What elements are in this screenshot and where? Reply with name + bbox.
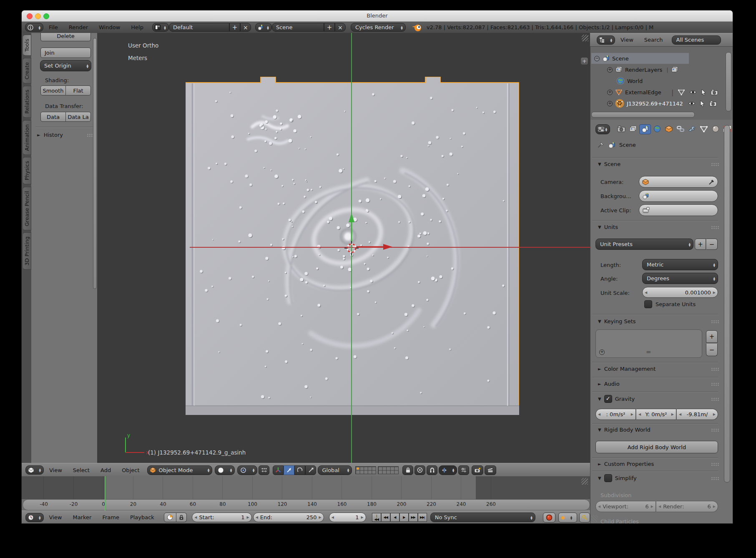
timeline-menu-item[interactable]: View	[44, 514, 68, 520]
length-dropdown[interactable]: Metric ▲▼	[642, 259, 718, 270]
start-frame-field[interactable]: ◀Start: 1▶	[192, 513, 251, 522]
translate-x-handle[interactable]	[383, 244, 392, 250]
gravity-x-field[interactable]: ◀: 0m/s²▶	[595, 409, 636, 420]
outliner-v-scrollbar[interactable]	[726, 52, 731, 111]
timeline-menu-item[interactable]: Frame	[97, 514, 125, 520]
data-button[interactable]: Data	[40, 112, 66, 122]
view3d-editor-selector[interactable]: ▲▼	[25, 465, 44, 475]
show-panel-plus-button[interactable]: +	[580, 57, 588, 65]
transport-button[interactable]: ▶	[399, 513, 409, 522]
properties-editor-selector[interactable]: ▲▼	[595, 124, 610, 134]
proportional-edit-toggle[interactable]	[414, 465, 425, 475]
outliner-row-scene[interactable]: − Scene	[594, 53, 629, 64]
shading-flat-button[interactable]: Flat	[66, 85, 91, 96]
keying-set-dropdown[interactable]: ◆ ▲▼	[558, 513, 578, 523]
unit-scale-slider[interactable]: ◀ 0.001000 ▶	[642, 287, 718, 298]
info-menu-item[interactable]: Render	[63, 24, 93, 30]
timeline-editor-selector[interactable]: ▲▼	[25, 513, 44, 522]
selectability-cursor-icon[interactable]	[701, 89, 706, 96]
tool-shelf-tab[interactable]: Grease Pencil	[23, 187, 31, 231]
manipulator-scale-toggle[interactable]	[305, 465, 316, 475]
transport-button[interactable]: ◀	[390, 513, 399, 522]
color-management-panel-header[interactable]: ► Color Management	[598, 366, 719, 372]
panel-grip-icon[interactable]	[711, 226, 719, 229]
properties-scrollbar[interactable]	[724, 125, 730, 483]
timeline-menu-item[interactable]: Marker	[67, 514, 97, 520]
snap-element-dropdown[interactable]: ▲▼	[439, 465, 457, 475]
gravity-y-field[interactable]: ◀Y: 0m/s²▶	[636, 409, 676, 420]
add-scene-button[interactable]: +	[324, 23, 335, 32]
transport-button[interactable]: ▶▶	[409, 513, 418, 522]
lock-to-scene-toggle[interactable]	[402, 465, 413, 475]
join-button[interactable]: Join	[40, 48, 91, 58]
collapse-icon[interactable]: −	[594, 56, 600, 61]
active-clip-field[interactable]	[639, 204, 718, 216]
view3d-menu-item[interactable]: Add	[95, 467, 116, 473]
visibility-eye-icon[interactable]	[688, 101, 696, 106]
audio-panel-header[interactable]: ► Audio	[598, 381, 719, 387]
transport-button[interactable]: ▶▶|	[418, 513, 427, 522]
keying-sets-panel-header[interactable]: ▼ Keying Sets	[598, 318, 719, 324]
tool-shelf-tab[interactable]: Animation	[23, 120, 31, 155]
world-tab-icon[interactable]	[652, 124, 663, 134]
material-tab-icon[interactable]	[710, 124, 721, 134]
add-preset-button[interactable]: +	[695, 239, 706, 250]
preview-range-toggle[interactable]	[164, 513, 176, 522]
list-expand-icon[interactable]: +	[599, 349, 605, 355]
pin-icon[interactable]	[597, 141, 604, 148]
visibility-eye-icon[interactable]	[689, 90, 697, 95]
manipulator-axis-icon[interactable]	[273, 465, 284, 475]
expand-icon[interactable]: +	[607, 90, 613, 95]
timeline-resize-grip[interactable]	[581, 478, 588, 485]
transport-button[interactable]: ◀◀	[381, 513, 390, 522]
outliner-h-scrollbar[interactable]	[591, 112, 695, 118]
scene-panel-header[interactable]: ▼ Scene	[598, 161, 719, 167]
properties-resize-grip[interactable]	[591, 515, 598, 522]
outliner-menu-item[interactable]: View	[615, 37, 639, 43]
viewport-3d[interactable]: User Ortho Meters y x (1) J132952.69+471…	[97, 33, 590, 463]
breadcrumb-label[interactable]: Scene	[619, 142, 636, 148]
constraints-tab-icon[interactable]	[675, 124, 686, 134]
panel-grip-icon[interactable]	[711, 320, 719, 323]
background-scene-field[interactable]	[639, 190, 718, 202]
transport-button[interactable]: |◀◀	[372, 513, 381, 522]
tool-shelf-scrollbar[interactable]	[93, 38, 97, 289]
simplify-viewport-slider[interactable]: ◀Viewport: 6▶	[595, 501, 656, 512]
auto-keyframe-record-toggle[interactable]	[543, 513, 555, 523]
panel-grip-icon[interactable]	[711, 367, 719, 371]
rigid-body-panel-header[interactable]: ▼ Rigid Body World	[598, 427, 719, 433]
tool-shelf-tab[interactable]: Physics	[23, 157, 31, 184]
layers-grid-2[interactable]	[378, 466, 399, 474]
opengl-render-still-button[interactable]	[472, 465, 483, 475]
simplify-panel-header[interactable]: ▼ Simplify	[598, 474, 719, 482]
insert-keyframe-button[interactable]	[579, 513, 590, 523]
tool-shelf-tab[interactable]: Relations	[23, 85, 31, 118]
current-frame-playhead[interactable]	[105, 476, 105, 510]
view3d-menu-item[interactable]: Select	[68, 467, 95, 473]
screen-layout-icon-button[interactable]: ▲▼	[152, 23, 169, 32]
outliner-filter-dropdown[interactable]: All Scenes	[672, 35, 721, 45]
sync-mode-dropdown[interactable]: No Sync ▲▼	[430, 513, 535, 522]
tool-shelf-tab[interactable]: Create	[23, 58, 31, 84]
tool-shelf-tab[interactable]: 3D Printing	[23, 232, 31, 270]
expand-icon[interactable]: +	[607, 67, 613, 73]
view3d-menu-item[interactable]: View	[44, 467, 68, 473]
gravity-z-field[interactable]: ◀-9.81m/▶	[677, 409, 718, 420]
view3d-menu-item[interactable]: Object	[116, 467, 145, 473]
info-menu-item[interactable]: Window	[93, 24, 126, 30]
simplify-render-slider[interactable]: ◀Render: 6▶	[656, 501, 718, 512]
scene-tab-icon[interactable]	[639, 124, 651, 134]
render-tab-icon[interactable]	[616, 124, 627, 134]
layers-grid-1[interactable]	[355, 466, 376, 474]
outliner-row-renderlayers[interactable]: + RenderLayers |	[607, 64, 678, 75]
editor-type-selector[interactable]: ▲▼	[25, 23, 43, 32]
panel-grip-icon[interactable]	[711, 382, 719, 386]
simplify-checkbox[interactable]	[604, 474, 612, 482]
object-tab-icon[interactable]	[663, 124, 674, 134]
opengl-render-anim-button[interactable]	[485, 465, 496, 475]
gravity-checkbox[interactable]: ✓	[604, 395, 612, 403]
panel-grip-icon[interactable]	[711, 462, 719, 466]
camera-field[interactable]	[639, 176, 718, 188]
units-panel-header[interactable]: ▼ Units	[598, 224, 719, 230]
remove-preset-button[interactable]: −	[706, 239, 718, 250]
